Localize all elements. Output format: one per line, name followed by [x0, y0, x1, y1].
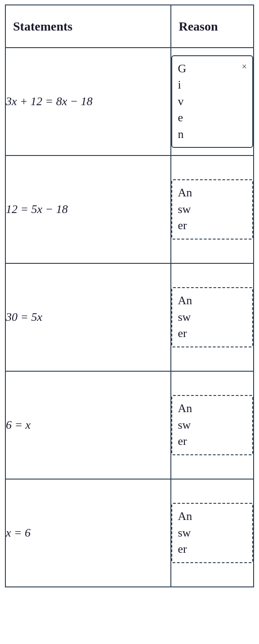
- answer-text-5: Answer: [178, 508, 192, 557]
- table-row: 6 = x Answer: [5, 371, 254, 479]
- reason-cell-5: Answer: [171, 479, 254, 587]
- statement-1: 3x + 12 = 8x − 18: [5, 48, 171, 155]
- answer-text-3: Answer: [178, 293, 192, 342]
- statement-5: x = 6: [5, 479, 171, 587]
- reason-cell-1: Given ×: [171, 48, 254, 155]
- statement-2-text: 12 = 5x − 18: [6, 203, 68, 216]
- table-row: 30 = 5x Answer: [5, 263, 254, 371]
- table-row: x = 6 Answer: [5, 479, 254, 587]
- statement-1-text: 3x + 12 = 8x − 18: [6, 95, 93, 108]
- answer-box-3[interactable]: Answer: [171, 287, 253, 347]
- reason-cell-2: Answer: [171, 155, 254, 263]
- given-box[interactable]: Given ×: [171, 55, 253, 148]
- statement-3-text: 30 = 5x: [6, 311, 42, 324]
- statement-4-text: 6 = x: [6, 418, 31, 431]
- proof-table: Statements Reason 3x + 12 = 8x − 18 Give…: [5, 4, 254, 587]
- statement-4: 6 = x: [5, 371, 171, 479]
- answer-box-5[interactable]: Answer: [171, 503, 253, 563]
- reason-cell-3: Answer: [171, 263, 254, 371]
- statement-2: 12 = 5x − 18: [5, 155, 171, 263]
- statement-3: 30 = 5x: [5, 263, 171, 371]
- statements-header: Statements: [5, 5, 171, 48]
- table-row: 3x + 12 = 8x − 18 Given ×: [5, 48, 254, 155]
- answer-text-2: Answer: [178, 185, 192, 234]
- answer-box-4[interactable]: Answer: [171, 395, 253, 455]
- reason-header: Reason: [171, 5, 254, 48]
- answer-text-4: Answer: [178, 400, 192, 449]
- reason-cell-4: Answer: [171, 371, 254, 479]
- close-icon[interactable]: ×: [242, 62, 247, 72]
- table-row: 12 = 5x − 18 Answer: [5, 155, 254, 263]
- answer-box-2[interactable]: Answer: [171, 179, 253, 239]
- statement-5-text: x = 6: [6, 526, 31, 539]
- given-text: Given: [178, 61, 186, 142]
